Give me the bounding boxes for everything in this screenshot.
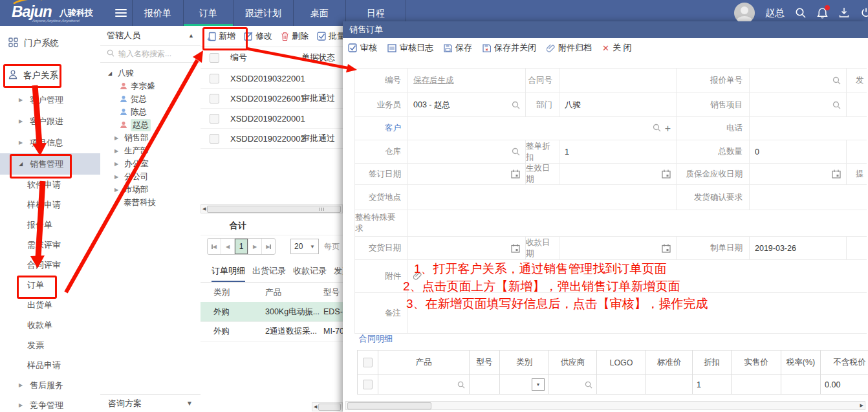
tab-followup-plan[interactable]: 跟进计划 [233,0,293,26]
tree-node-dept[interactable]: ▶市场部 [100,183,201,196]
sidebar-item-portal[interactable]: 门户系统 [0,34,100,52]
consult-plan-section[interactable]: 咨询方案 ▼ [100,394,201,412]
scrollbar-handle[interactable] [347,402,431,409]
row-checkbox-cell[interactable] [358,375,378,395]
field-customer[interactable]: + [408,117,677,140]
field-qty[interactable]: 0 [750,140,847,163]
field-ship-confirm[interactable] [750,185,867,210]
close-button[interactable]: ✕ 关 闭 [602,42,632,54]
first-page-button[interactable]: ◀ [208,239,221,254]
calendar-icon[interactable] [662,244,671,253]
dialog-horizontal-scrollbar[interactable]: ▶ [345,401,865,410]
sidebar-item-sample-machine[interactable]: 样机申请 [0,195,100,215]
page-size-select[interactable]: 20 ▼ [290,239,319,254]
save-close-button[interactable]: 保存并关闭 [483,42,536,54]
search-icon[interactable] [457,381,465,389]
add-button[interactable]: 新增 [207,30,235,42]
tab-orders[interactable]: 订单 [183,0,233,26]
sidebar-item-competition[interactable]: ▶竞争管理 [0,395,100,412]
current-page[interactable]: 1 [235,239,248,254]
scroll-right-icon[interactable]: ▶ [860,403,863,408]
sidebar-item-sales-mgmt[interactable]: ◢销售管理 [0,153,100,175]
field-project[interactable] [750,93,847,116]
tree-node-dept[interactable]: ▶销售部 [100,131,201,144]
field-delivery-date[interactable] [408,237,526,259]
tree-node-person[interactable]: 李宗盛 [100,80,201,92]
menu-hamburger-icon[interactable] [115,9,127,17]
avatar[interactable] [734,3,755,23]
field-phone[interactable] [750,117,867,140]
prev-page-button[interactable]: ◀ [221,239,235,254]
tree-node-dept[interactable]: ▶生产部 [100,144,201,157]
row-checkbox[interactable] [210,94,219,103]
sidebar-item-crm[interactable]: 客户关系 [0,66,100,85]
field-remark[interactable] [408,293,867,333]
input-product[interactable] [378,375,470,395]
search-icon[interactable] [585,381,592,389]
table-row[interactable]: XSDD20190322001 [201,69,343,89]
field-warehouse[interactable] [408,140,526,163]
paperclip-icon[interactable] [413,271,422,282]
sidebar-item-invoice[interactable]: 发票 [0,335,100,355]
field-warranty-date[interactable] [750,164,847,184]
field-dept[interactable]: 八骏 [559,93,677,116]
select-all-checkbox[interactable] [358,351,378,375]
field-discount[interactable]: 1 [559,140,677,163]
sidebar-item-project-info[interactable]: ▶项目信息 [0,132,100,153]
search-icon[interactable] [832,76,841,85]
search-icon[interactable] [653,124,661,134]
download-icon[interactable] [839,7,851,19]
bell-icon[interactable] [817,7,829,19]
collapse-panel-icon[interactable]: ▲ [188,32,194,39]
scroll-left-icon[interactable]: ◀ [202,206,206,211]
field-make-date[interactable]: 2019-03-26 [750,237,847,259]
sidebar-item-sample-request[interactable]: 样品申请 [0,355,100,375]
input-tax-rate[interactable] [781,375,821,395]
scroll-left-icon[interactable]: ◀ [314,404,317,409]
tab-quotes[interactable]: 报价单 [132,0,183,26]
audit-log-button[interactable]: 审核日志 [387,42,433,54]
save-button[interactable]: 保存 [444,42,472,54]
input-logo[interactable] [597,375,646,395]
checkbox[interactable] [363,358,373,367]
tab-receipt-record[interactable]: 收款记录 [293,265,327,282]
sidebar-item-aftersales[interactable]: ▶售后服务 [0,375,100,395]
sidebar-item-customer-mgmt[interactable]: ▶客户管理 [0,89,100,111]
scrollbar-handle[interactable] [318,404,341,411]
row-checkbox[interactable] [210,114,219,124]
select-all-checkbox[interactable] [210,53,219,63]
input-category[interactable]: ▼ [500,375,549,395]
table-row[interactable]: XSDD20190226001 审批通过 [201,89,343,109]
tab-invoice[interactable]: 发票 [334,265,343,282]
calendar-icon[interactable] [832,169,841,179]
detail-row[interactable]: 外购 300Kg电动振... EDS-3 [201,302,343,322]
scrollbar-handle[interactable] [207,206,341,213]
tab-order-detail[interactable]: 订单明细 [212,265,245,282]
batch-audit-button[interactable]: 批量审 [317,30,343,42]
input-std-price[interactable] [646,375,693,395]
search-icon[interactable] [795,7,807,19]
table-row[interactable]: XSDD20190220001 [201,109,343,129]
field-sign-date[interactable] [408,164,526,184]
tree-node-org[interactable]: 泰普科技 [100,196,201,209]
input-discount[interactable]: 1 [693,375,732,395]
field-effect-date[interactable] [559,164,677,184]
sidebar-item-customer-follow[interactable]: ▶客户跟进 [0,111,100,132]
field-attachment[interactable] [408,260,867,292]
checkbox[interactable] [363,380,373,389]
sidebar-item-demand-review[interactable]: 需求评审 [0,235,100,255]
add-customer-icon[interactable]: + [665,124,671,134]
power-icon[interactable] [861,7,868,19]
sidebar-item-quotation[interactable]: 报价单 [0,215,100,235]
audit-button[interactable]: 审核 [348,42,377,54]
tree-node-root[interactable]: ◢八骏 [100,67,201,80]
field-salesman[interactable]: 003 - 赵总 [408,93,526,116]
input-model[interactable] [470,375,500,395]
personnel-search[interactable]: 输入名称搜索... [100,46,201,63]
search-icon[interactable] [512,101,520,109]
sidebar-item-shipment[interactable]: 出货单 [0,295,100,315]
table-row[interactable]: XSDD20190220002 审批通过 [201,129,343,149]
field-no[interactable]: 保存后生成 [408,69,526,92]
dropdown-icon[interactable]: ▼ [532,378,545,391]
tab-desktop[interactable]: 桌面 [293,0,345,26]
